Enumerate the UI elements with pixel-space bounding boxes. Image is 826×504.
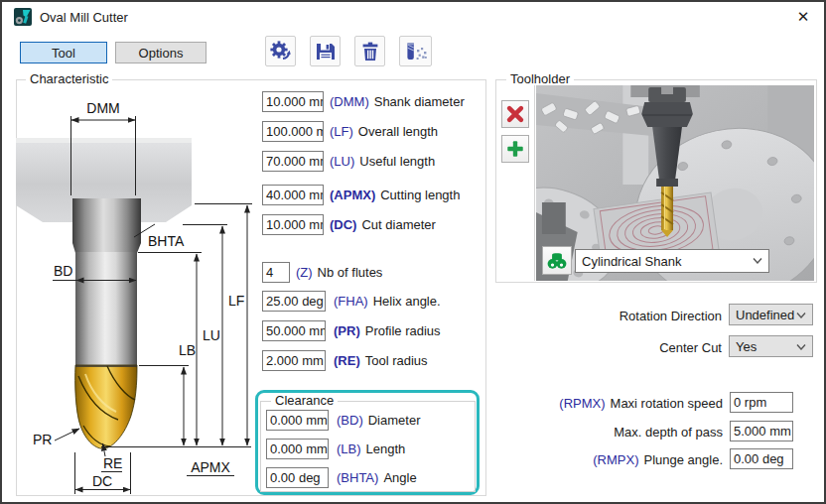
dmm-code: (DMM) [330,94,369,109]
oval-mill-cutter-dialog: Oval Mill Cutter ✕ Tool Options [0,0,826,504]
dmm-label: Shank diameter [374,94,465,109]
dc-code: (DC) [330,217,356,232]
lb-label: Length [366,441,406,456]
chevron-down-icon [753,258,762,264]
tool-collar [72,198,141,253]
lu-code: (LU) [330,154,354,169]
z-label: Nb of flutes [318,265,383,280]
delete-button[interactable] [354,36,385,66]
save-icon [315,41,337,63]
app-icon [14,8,32,26]
rotation-direction-value: Undefined [736,308,794,322]
max-depth-label: Max. depth of pass [614,425,723,440]
dc-input[interactable]: 10.000 mm [262,214,324,235]
bd-input[interactable]: 0.000 mm [266,410,329,431]
pr-label: Profile radius [365,323,441,338]
bhta-code: (BHTA) [337,470,378,485]
chevron-down-icon [796,344,806,350]
center-cut-label: Center Cut [538,336,722,358]
dmm-input[interactable]: 10.000 mm [262,91,324,112]
add-plus-icon [505,139,525,159]
re-code: (RE) [334,353,360,368]
tab-tool[interactable]: Tool [20,42,107,63]
rmpx-code: (RMPX) [593,452,638,467]
dim-label-bd: BD [54,263,72,279]
max-depth-input[interactable]: 5.000 mm [730,421,793,441]
fha-code: (FHA) [334,294,368,309]
rotation-direction-label: Rotation Direction [538,305,722,326]
shank-type-value: Cylindrical Shank [582,254,681,269]
dim-label-apmx: APMX [191,459,230,475]
apmx-code: (APMX) [330,188,375,202]
dim-label-pr: PR [33,432,52,447]
rmpx-input[interactable]: 0.00 deg [730,448,793,469]
rpmx-input[interactable]: 0 rpm [730,392,793,413]
close-button[interactable]: ✕ [788,5,818,29]
bhta-input[interactable]: 0.00 deg [266,467,329,488]
z-code: (Z) [296,265,313,280]
dim-label-dmm: DMM [86,100,119,116]
tool-diagram: DMM BHTA BD APMX LB LU LF PR RE [16,86,256,496]
rmpx-label: Plunge angle. [643,452,723,467]
toolholder-divider [532,85,535,281]
fha-label: Helix angle. [373,294,441,309]
pr-input[interactable]: 50.000 mm [262,320,326,341]
window-title: Oval Mill Cutter [40,10,128,25]
dim-label-lb: LB [179,342,196,358]
apmx-label: Cutting length [380,188,460,202]
settings-sync-icon [269,40,293,63]
bd-label: Diameter [368,413,421,428]
dim-label-lf: LF [228,293,244,309]
dim-label-re: RE [103,455,122,471]
rotation-direction-select[interactable]: Undefined [729,304,813,325]
add-toolholder-button[interactable] [501,135,529,163]
bd-code: (BD) [337,413,363,428]
title-bar: Oval Mill Cutter ✕ [2,2,824,32]
delete-icon [359,41,381,63]
binoculars-icon [546,252,568,270]
dim-label-dc: DC [92,473,112,489]
lf-label: Overall length [358,124,438,139]
remove-x-icon [505,104,525,124]
tool-library-button[interactable] [399,36,432,66]
clearance-group-label: Clearance [271,394,338,408]
rpmx-label: Maxi rotation speed [611,396,723,411]
save-button[interactable] [310,36,341,66]
re-label: Tool radius [365,353,428,368]
shank-type-select[interactable]: Cylindrical Shank [575,249,769,273]
apmx-input[interactable]: 40.000 mm [262,185,324,205]
toolholder-group-label: Toolholder [506,72,574,86]
tool-shaft [75,252,137,365]
pr-code: (PR) [334,323,360,338]
center-cut-value: Yes [736,339,757,354]
rpmx-code: (RPMX) [559,396,605,411]
remove-toolholder-button[interactable] [501,100,529,128]
lf-code: (LF) [330,124,353,139]
lu-input[interactable]: 70.000 mm [262,151,324,172]
settings-sync-button[interactable] [265,36,296,66]
browse-toolholder-button[interactable] [542,246,572,275]
tab-options[interactable]: Options [115,42,206,63]
chevron-down-icon [796,313,806,318]
re-input[interactable]: 2.000 mm [262,350,326,371]
dim-label-lu: LU [203,327,220,343]
dim-label-bhta: BHTA [148,233,185,249]
center-cut-select[interactable]: Yes [729,335,813,357]
lb-code: (LB) [337,441,361,456]
lb-input[interactable]: 0.000 mm [266,439,329,459]
lf-input[interactable]: 100.000 mm [262,121,324,142]
characteristic-group-label: Characteristic [26,72,112,86]
dc-label: Cut diameter [361,217,435,232]
lu-label: Useful length [359,154,435,169]
fha-input[interactable]: 25.00 deg [262,291,326,312]
bhta-label: Angle [383,470,416,485]
tool-cutting-tip [75,365,137,448]
tool-library-icon [404,41,428,63]
flutes-input[interactable]: 4 [262,262,290,283]
